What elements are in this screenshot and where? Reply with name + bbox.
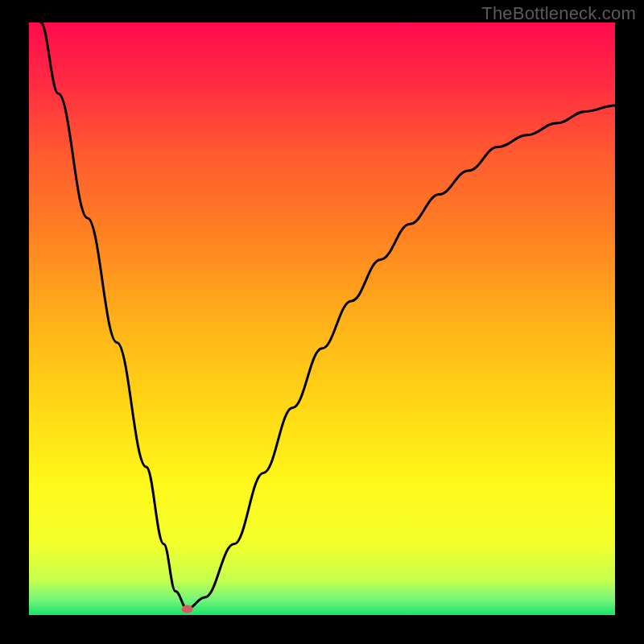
bottleneck-chart bbox=[29, 23, 615, 615]
minimum-marker bbox=[182, 605, 193, 613]
chart-frame: TheBottleneck.com bbox=[0, 0, 644, 644]
plot-area bbox=[29, 23, 615, 615]
gradient-background bbox=[29, 23, 615, 615]
watermark-text: TheBottleneck.com bbox=[481, 3, 636, 24]
